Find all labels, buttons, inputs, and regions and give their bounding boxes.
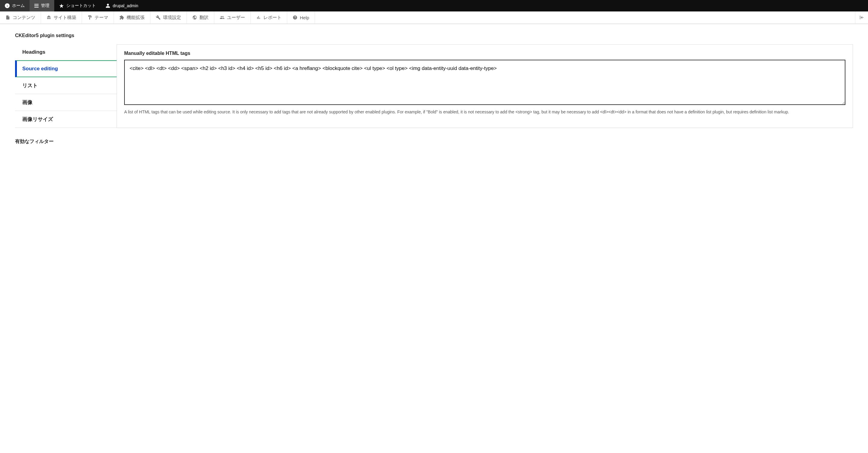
theme-menu[interactable]: テーマ [82,11,114,24]
manage-link[interactable]: 管理 [30,0,54,11]
html-tags-textarea[interactable] [124,60,845,105]
help-menu[interactable]: Help [287,11,315,24]
translate-menu[interactable]: 翻訳 [187,11,214,24]
hamburger-icon [34,4,38,7]
users-icon [220,15,224,20]
config-icon [156,15,161,20]
panel-description: A list of HTML tags that can be used whi… [124,109,845,115]
reports-icon [256,15,261,20]
panel-label: Manually editable HTML tags [124,51,845,56]
theme-icon [87,15,92,20]
user-label: drupal_admin [113,3,138,8]
theme-label: テーマ [95,15,108,21]
content-icon [5,15,10,20]
toolbar-spacer [315,11,855,24]
tab-image-resize[interactable]: 画像リサイズ [15,111,117,128]
collapse-toolbar-button[interactable] [855,11,868,24]
user-icon [105,3,110,8]
tab-list[interactable]: リスト [15,77,117,94]
manage-label: 管理 [41,3,50,8]
top-toolbar: ‹ ホーム 管理 ショートカット drupal_admin [0,0,868,11]
users-label: ユーザー [227,15,245,21]
help-icon [293,15,298,20]
back-icon: ‹ [5,3,10,8]
extend-label: 機能拡張 [127,15,145,21]
shortcuts-label: ショートカット [66,3,96,8]
reports-menu[interactable]: レポート [251,11,287,24]
tab-image[interactable]: 画像 [15,94,117,111]
plugin-panel: Manually editable HTML tags A list of HT… [117,44,853,128]
content-label: コンテンツ [13,15,35,21]
plugin-settings-title: CKEditor5 plugin settings [15,33,853,38]
reports-label: レポート [264,15,281,21]
extend-icon [119,15,124,20]
collapse-icon [859,15,864,20]
plugin-tabs: Headings Source editing リスト 画像 画像リサイズ [15,44,117,128]
config-menu[interactable]: 環境設定 [150,11,187,24]
main-content: CKEditor5 plugin settings Headings Sourc… [0,24,868,161]
help-label: Help [300,15,309,20]
user-link[interactable]: drupal_admin [101,0,143,11]
structure-menu[interactable]: サイト構築 [41,11,82,24]
tab-headings[interactable]: Headings [15,44,117,60]
home-label: ホーム [12,3,25,8]
translate-label: 翻訳 [199,15,209,21]
filters-title: 有効なフィルター [15,138,853,145]
plugin-settings-layout: Headings Source editing リスト 画像 画像リサイズ Ma… [15,44,853,128]
filters-section: 有効なフィルター [15,138,853,145]
extend-menu[interactable]: 機能拡張 [114,11,150,24]
config-label: 環境設定 [163,15,181,21]
structure-icon [46,15,51,20]
shortcuts-link[interactable]: ショートカット [54,0,101,11]
translate-icon [192,15,197,20]
admin-toolbar: コンテンツ サイト構築 テーマ 機能拡張 環境設定 翻訳 ユーザー レポート H… [0,11,868,24]
home-link[interactable]: ‹ ホーム [0,0,30,11]
star-icon [59,3,64,8]
tab-source-editing[interactable]: Source editing [15,60,117,77]
content-menu[interactable]: コンテンツ [0,11,41,24]
users-menu[interactable]: ユーザー [214,11,251,24]
structure-label: サイト構築 [54,15,76,21]
